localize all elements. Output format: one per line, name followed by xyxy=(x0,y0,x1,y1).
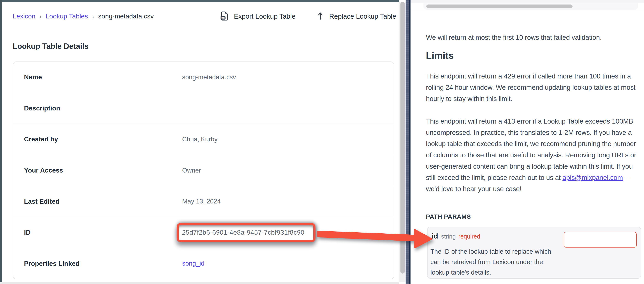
row-value: May 13, 2024 xyxy=(182,198,221,205)
row-label: Properties Linked xyxy=(13,260,182,267)
row-label: Created by xyxy=(13,136,182,143)
page-header: Lexicon › Lookup Tables › song-metadata.… xyxy=(2,2,399,31)
detail-row-your-access: Your Access Owner xyxy=(13,155,394,186)
row-label: Your Access xyxy=(13,167,182,174)
breadcrumb-link-lookup-tables[interactable]: Lookup Tables xyxy=(46,12,88,20)
screenshot-root: Lexicon › Lookup Tables › song-metadata.… xyxy=(0,0,644,284)
csv-file-icon: csv xyxy=(220,11,228,21)
panel-divider xyxy=(406,0,410,284)
docs-top-border xyxy=(410,10,644,10)
docs-top-bar xyxy=(410,0,644,3)
linked-property-link[interactable]: song_id xyxy=(182,260,204,267)
lookup-table-page: Lexicon › Lookup Tables › song-metadata.… xyxy=(2,2,399,282)
row-label: Last Edited xyxy=(13,198,182,205)
row-label: Description xyxy=(13,105,182,112)
limits-heading: Limits xyxy=(426,50,454,61)
export-lookup-table-button[interactable]: csv Export Lookup Table xyxy=(220,11,296,21)
breadcrumb-current: song-metadata.csv xyxy=(98,12,154,20)
detail-row-last-edited: Last Edited May 13, 2024 xyxy=(13,186,394,217)
path-param-card: id string required The ID of the lookup … xyxy=(427,227,641,279)
limits-paragraph-413: This endpoint will return a 413 error if… xyxy=(426,116,640,194)
detail-row-name: Name song-metadata.csv xyxy=(13,62,394,93)
param-required-badge: required xyxy=(458,233,480,240)
svg-text:csv: csv xyxy=(221,17,225,19)
detail-row-description: Description xyxy=(13,93,394,124)
chevron-right-icon: › xyxy=(40,13,42,20)
breadcrumb-link-lexicon[interactable]: Lexicon xyxy=(13,12,35,20)
frame-top-bar xyxy=(0,0,399,2)
replace-button-label: Replace Lookup Table xyxy=(329,12,396,20)
param-header: id string required xyxy=(432,232,480,240)
frame-bottom-strip xyxy=(0,282,399,284)
limits-paragraph-429: This endpoint will return a 429 error if… xyxy=(426,70,640,104)
lookup-table-details-card: Name song-metadata.csv Description Creat… xyxy=(13,61,394,279)
horizontal-scrollbar-track[interactable] xyxy=(424,3,638,10)
breadcrumb: Lexicon › Lookup Tables › song-metadata.… xyxy=(13,2,154,31)
row-value: song-metadata.csv xyxy=(182,74,236,81)
param-type: string xyxy=(441,233,456,240)
row-label: ID xyxy=(13,229,176,236)
lookup-table-id-value: 25d7f2b6-6901-4e8a-9457-7cbf931f8c90 xyxy=(182,229,304,236)
row-value: Chua, Kurby xyxy=(182,136,218,143)
divider-texture xyxy=(406,0,409,284)
export-button-label: Export Lookup Table xyxy=(234,12,296,20)
frame-left-bar xyxy=(0,0,2,282)
param-description: The ID of the lookup table to replace wh… xyxy=(430,246,556,278)
detail-row-id: ID 25d7f2b6-6901-4e8a-9457-7cbf931f8c90 xyxy=(13,217,394,248)
arrow-up-icon xyxy=(317,12,324,21)
horizontal-scrollbar-thumb[interactable] xyxy=(426,4,572,8)
chevron-right-icon: › xyxy=(92,13,94,20)
vertical-scrollbar-thumb[interactable] xyxy=(400,2,405,274)
path-params-heading: PATH PARAMS xyxy=(426,213,471,220)
header-actions: csv Export Lookup Table Replace Lookup T… xyxy=(220,2,396,31)
api-docs-panel: We will return at most the first 10 rows… xyxy=(410,0,644,284)
replace-lookup-table-button[interactable]: Replace Lookup Table xyxy=(317,12,396,21)
docs-intro-text: We will return at most the first 10 rows… xyxy=(426,32,602,43)
detail-row-properties-linked: Properties Linked song_id xyxy=(13,248,394,279)
row-label: Name xyxy=(13,73,182,81)
paragraph-text: This endpoint will return a 413 error if… xyxy=(426,117,636,181)
apis-mixpanel-email-link[interactable]: apis@mixpanel.com xyxy=(562,174,623,181)
id-param-input[interactable] xyxy=(564,232,636,248)
page-title: Lookup Table Details xyxy=(13,42,88,51)
param-name: id xyxy=(432,232,438,240)
detail-row-created-by: Created by Chua, Kurby xyxy=(13,124,394,155)
red-highlight-box: 25d7f2b6-6901-4e8a-9457-7cbf931f8c90 xyxy=(176,223,316,242)
row-value: Owner xyxy=(182,167,201,174)
